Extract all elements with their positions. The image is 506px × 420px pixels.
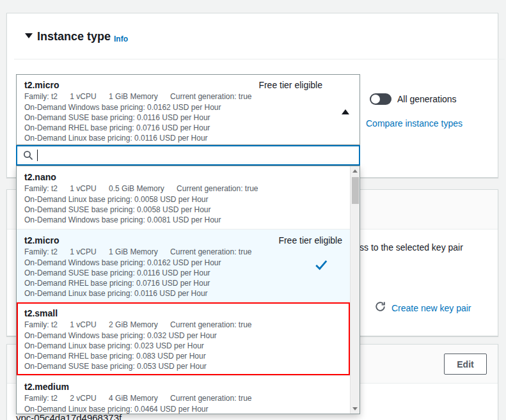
meta-family: Family: t2: [24, 247, 58, 256]
instance-type-select[interactable]: t2.micro Free tier eligible Family: t2 1…: [16, 74, 360, 145]
option-name: t2.medium: [24, 381, 69, 393]
meta-family: Family: t2: [24, 320, 58, 329]
collapse-select-icon[interactable]: [342, 109, 349, 114]
header-divider: [14, 59, 505, 59]
option-meta: Family: t2 1 vCPU 0.5 GiB Memory Current…: [24, 183, 342, 194]
toggle-knob: [371, 95, 380, 104]
option-meta: Family: t2 2 vCPU 4 GiB Memory Current g…: [24, 393, 342, 404]
meta-generation: Current generation: true: [177, 184, 258, 193]
pricing-line: On-Demand RHEL base pricing: 0.083 USD p…: [24, 351, 342, 361]
instance-type-dropdown: t2.nano Family: t2 1 vCPU 0.5 GiB Memory…: [16, 166, 360, 414]
search-icon: [23, 150, 33, 160]
pricing-line: On-Demand Linux base pricing: 0.0116 USD…: [24, 133, 352, 143]
all-generations-label: All generations: [397, 94, 457, 104]
scroll-up-button[interactable]: [351, 166, 360, 176]
meta-memory: 4 GiB Memory: [109, 394, 158, 403]
meta-generation: Current generation: true: [170, 394, 251, 403]
refresh-button[interactable]: [374, 300, 386, 313]
option-name: t2.small: [24, 307, 58, 320]
dropdown-option-list: t2.nano Family: t2 1 vCPU 0.5 GiB Memory…: [17, 166, 350, 414]
pricing-line: On-Demand Linux base pricing: 0.0464 USD…: [24, 404, 342, 414]
selected-check-icon: [314, 258, 328, 272]
instance-option-t2-nano[interactable]: t2.nano Family: t2 1 vCPU 0.5 GiB Memory…: [17, 166, 350, 229]
selected-instance-name: t2.micro: [24, 79, 59, 91]
scroll-down-icon: [352, 407, 358, 410]
meta-memory: 1 GiB Memory: [109, 247, 158, 256]
create-new-key-pair-link[interactable]: Create new key pair: [391, 303, 471, 313]
scroll-up-icon: [352, 169, 358, 173]
search-input[interactable]: [38, 148, 359, 162]
pricing-line: On-Demand RHEL base pricing: 0.0716 USD …: [24, 278, 342, 288]
scroll-down-button[interactable]: [351, 404, 360, 414]
meta-generation: Current generation: true: [170, 92, 251, 101]
pricing-line: On-Demand SUSE base pricing: 0.0058 USD …: [24, 205, 342, 215]
dropdown-scrollbar[interactable]: [350, 166, 360, 414]
option-meta: Family: t2 1 vCPU 2 GiB Memory Current g…: [24, 320, 342, 331]
instance-option-t2-small[interactable]: t2.small Family: t2 1 vCPU 2 GiB Memory …: [17, 302, 350, 375]
pricing-line: On-Demand SUSE base pricing: 0.053 USD p…: [24, 361, 342, 371]
key-pair-description-fragment: ss to the selected key pair: [360, 242, 463, 253]
info-link[interactable]: Info: [114, 35, 128, 43]
pricing-line: On-Demand SUSE base pricing: 0.0116 USD …: [24, 113, 352, 123]
meta-vcpu: 1 vCPU: [70, 184, 96, 193]
meta-generation: Current generation: true: [170, 247, 251, 256]
pricing-line: On-Demand Windows base pricing: 0.0162 U…: [24, 102, 352, 113]
pricing-line: On-Demand RHEL base pricing: 0.0716 USD …: [24, 123, 352, 133]
meta-memory: 1 GiB Memory: [109, 92, 158, 101]
option-name: t2.micro: [24, 235, 59, 247]
meta-vcpu: 2 vCPU: [70, 394, 96, 403]
pricing-line: On-Demand Windows base pricing: 0.0081 U…: [24, 215, 342, 225]
free-tier-badge: Free tier eligible: [258, 79, 322, 91]
pricing-line: On-Demand Linux base pricing: 0.0116 USD…: [24, 288, 342, 299]
selected-instance-meta: Family: t2 1 vCPU 1 GiB Memory Current g…: [24, 91, 352, 102]
option-name: t2.nano: [24, 171, 56, 183]
pricing-line: On-Demand Windows base pricing: 0.032 US…: [24, 331, 342, 341]
page: Instance type Info Instance type t2.micr…: [0, 0, 506, 420]
free-tier-badge: Free tier eligible: [278, 235, 342, 247]
pricing-line: On-Demand Linux base pricing: 0.023 USD …: [24, 341, 342, 351]
instance-search-box[interactable]: [16, 145, 360, 166]
meta-vcpu: 1 vCPU: [70, 92, 96, 101]
meta-memory: 2 GiB Memory: [109, 320, 158, 329]
pricing-line: On-Demand Windows base pricing: 0.0162 U…: [24, 258, 342, 268]
refresh-icon: [374, 300, 386, 313]
scrollbar-thumb[interactable]: [352, 177, 359, 204]
meta-family: Family: t2: [24, 394, 58, 403]
meta-memory: 0.5 GiB Memory: [109, 184, 164, 193]
all-generations-toggle[interactable]: [370, 93, 391, 105]
instance-option-t2-medium[interactable]: t2.medium Family: t2 2 vCPU 4 GiB Memory…: [17, 375, 350, 414]
compare-instance-types-link[interactable]: Compare instance types: [366, 118, 463, 128]
option-meta: Family: t2 1 vCPU 1 GiB Memory Current g…: [24, 247, 342, 258]
meta-vcpu: 1 vCPU: [70, 247, 96, 256]
collapse-caret-icon[interactable]: [25, 33, 33, 38]
edit-button[interactable]: Edit: [444, 354, 487, 375]
pricing-line: On-Demand SUSE base pricing: 0.0116 USD …: [24, 268, 342, 278]
section-title: Instance type: [37, 30, 111, 43]
meta-generation: Current generation: true: [170, 320, 251, 329]
meta-family: Family: t2: [24, 184, 58, 193]
pricing-line: On-Demand Linux base pricing: 0.0058 USD…: [24, 194, 342, 205]
meta-family: Family: t2: [24, 92, 58, 101]
instance-option-t2-micro[interactable]: t2.micro Free tier eligible Family: t2 1…: [17, 229, 350, 302]
meta-vcpu: 1 vCPU: [70, 320, 96, 329]
